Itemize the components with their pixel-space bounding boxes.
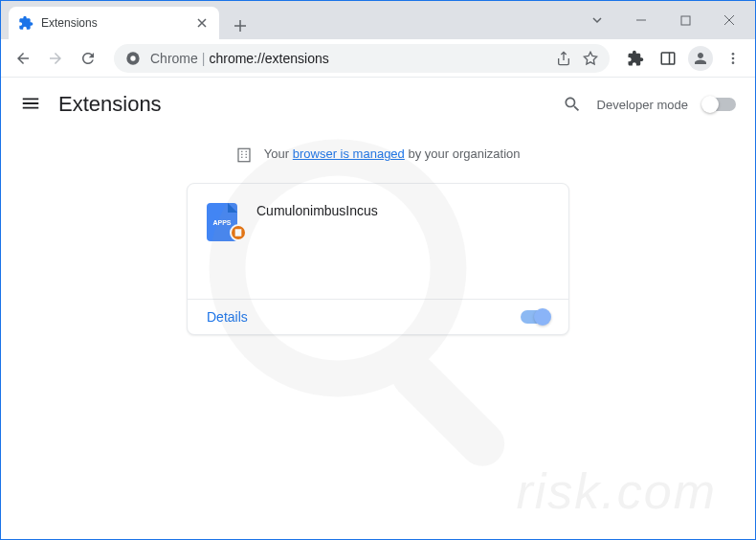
reload-button[interactable]	[74, 44, 102, 73]
browser-managed-link[interactable]: browser is managed	[293, 146, 405, 161]
tab-close-button[interactable]	[194, 15, 210, 31]
details-button[interactable]: Details	[207, 309, 248, 325]
page-title: Extensions	[58, 92, 162, 117]
bookmark-icon[interactable]	[583, 51, 598, 66]
profile-avatar[interactable]	[686, 44, 715, 73]
hamburger-menu-icon[interactable]	[20, 93, 43, 116]
building-icon	[235, 146, 253, 164]
tab-title: Extensions	[41, 16, 194, 30]
managed-notice: Your browser is managed by your organiza…	[1, 131, 755, 183]
page-content: risk.com Extensions Developer mode Your …	[1, 78, 755, 539]
svg-rect-17	[235, 229, 242, 236]
extensions-header: Extensions Developer mode	[1, 78, 755, 131]
svg-point-7	[732, 61, 735, 64]
watermark-text: risk.com	[516, 462, 717, 520]
svg-rect-10	[238, 148, 250, 162]
extension-name: CumulonimbusIncus	[256, 203, 378, 280]
back-button[interactable]	[9, 44, 37, 73]
chrome-icon	[125, 51, 141, 66]
extension-card: APPS CumulonimbusIncus Details	[187, 183, 569, 335]
tabs-area: Extensions	[1, 1, 575, 39]
extension-toggle[interactable]	[521, 310, 549, 324]
address-bar[interactable]: Chrome | chrome://extensions	[114, 44, 610, 73]
extension-icon: APPS	[207, 203, 241, 237]
svg-rect-9	[383, 345, 514, 476]
svg-point-5	[732, 53, 735, 56]
titlebar: Extensions	[1, 1, 755, 39]
tab-dropdown-button[interactable]	[575, 6, 619, 34]
share-icon[interactable]	[556, 51, 571, 66]
svg-point-6	[732, 56, 735, 59]
browser-toolbar: Chrome | chrome://extensions	[1, 39, 755, 78]
close-button[interactable]	[707, 6, 751, 34]
developer-mode-toggle[interactable]	[703, 98, 736, 111]
url-text: Chrome | chrome://extensions	[150, 51, 329, 66]
svg-rect-0	[681, 16, 690, 25]
svg-point-2	[130, 56, 135, 60]
extension-puzzle-icon	[18, 15, 33, 31]
svg-rect-3	[661, 53, 675, 64]
browser-tab[interactable]: Extensions	[9, 7, 219, 39]
window-controls	[575, 1, 755, 39]
minimize-button[interactable]	[619, 6, 663, 34]
menu-icon[interactable]	[719, 44, 747, 73]
developer-mode-label: Developer mode	[597, 98, 688, 112]
sidepanel-icon[interactable]	[654, 44, 682, 73]
extensions-icon[interactable]	[621, 44, 650, 73]
managed-badge-icon	[230, 224, 247, 241]
forward-button[interactable]	[41, 44, 70, 73]
maximize-button[interactable]	[663, 6, 707, 34]
search-icon[interactable]	[563, 95, 582, 114]
new-tab-button[interactable]	[227, 12, 254, 39]
